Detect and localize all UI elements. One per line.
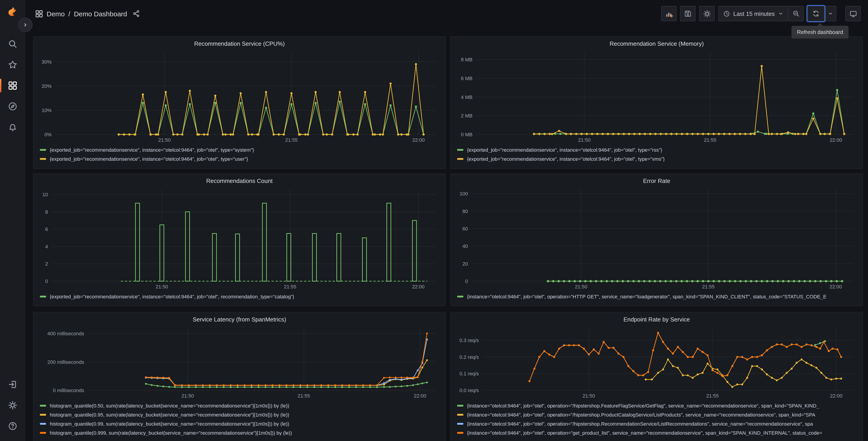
panel-title-service-latency[interactable]: Service Latency (from SpanMetrics) [37,315,442,324]
legend-item[interactable]: histogram_quantile(0.95, sum(rate(latenc… [37,410,442,419]
legend-item[interactable]: {instance="otelcol:9464", job="otel", op… [454,428,859,437]
legend-series-swatch [40,414,46,416]
sidebar-item-configuration[interactable] [0,395,25,416]
explore-compass-icon [8,102,17,111]
legend-series-swatch [457,296,463,297]
refresh-tooltip-text: Refresh dashboard [797,29,843,35]
x-tick-label: 21:50 [158,137,170,143]
legend-series-label: {instance="otelcol:9464", job="otel", op… [467,430,822,436]
x-tick-label: 21:55 [706,393,719,399]
sidebar-item-search[interactable] [0,33,25,54]
chart-memory[interactable]: 0 MB2 MB4 MB6 MB8 MB21:5021:5522:00 [454,49,859,144]
chart-cpu[interactable]: 0%10%20%30%21:5021:5522:00 [37,49,442,144]
x-tick-label: 21:50 [156,284,168,290]
sidebar-expand-button[interactable] [18,18,33,32]
legend-series-label: {exported_job="recommendationservice", i… [50,156,248,161]
panel-recommendations-count: Recommendations Count024681021:5021:5522… [33,173,446,306]
panel-cpu: Recommendation Service (CPU%)0%10%20%30%… [33,36,446,169]
star-icon [8,60,17,69]
legend-item[interactable]: {exported_job="recommendationservice", i… [37,154,442,164]
legend-item[interactable]: {exported_job="recommendationservice", i… [37,145,442,154]
y-tick-label: 0.3 req/s [459,337,479,343]
legend-endpoint-rate: {instance="otelcol:9464", job="otel", op… [454,401,859,437]
y-tick-label: 0 MB [461,132,472,138]
chart-service-latency[interactable]: 0 milliseconds200 milliseconds400 millis… [37,324,442,400]
x-tick-label: 22:00 [830,284,842,290]
x-tick-label: 22:00 [830,137,842,143]
legend-item[interactable]: {exported_job="recommendationservice", i… [454,154,859,164]
legend-series-label: {exported_job="recommendationservice", i… [467,156,664,161]
refresh-tooltip: Refresh dashboard [792,26,848,38]
legend-item[interactable]: {instance="otelcol:9464", job="otel", op… [454,419,859,428]
sidebar-item-explore[interactable] [0,96,25,117]
legend-series-swatch [40,296,46,297]
legend-series-label: histogram_quantile(0.99, sum(rate(latenc… [50,421,289,427]
panel-memory: Recommendation Service (Memory)0 MB2 MB4… [450,36,863,169]
legend-item[interactable]: {instance="otelcol:9464", job="otel", op… [454,410,859,419]
y-tick-label: 4 [45,244,48,249]
x-tick-label: 21:50 [575,284,587,290]
panel-title-cpu[interactable]: Recommendation Service (CPU%) [37,39,442,49]
legend-item[interactable]: {instance="otelcol:9464", job="otel", op… [454,292,859,301]
panel-title-memory[interactable]: Recommendation Service (Memory) [454,39,859,49]
sidebar-item-alerting[interactable] [0,117,25,138]
x-tick-label: 21:55 [285,137,298,143]
help-icon [8,421,17,431]
y-tick-label: 8 [45,209,48,215]
legend-series-swatch [457,158,463,160]
y-tick-label: 30% [42,59,52,65]
x-tick-label: 21:50 [182,393,194,399]
panel-title-error-rate[interactable]: Error Rate [454,177,859,186]
legend-item[interactable]: histogram_quantile(0.999, sum(rate(laten… [37,428,442,437]
x-tick-label: 21:55 [284,284,296,290]
legend-series-label: {exported_job="recommendationservice", i… [50,147,254,153]
y-tick-label: 0 [465,278,468,284]
panel-title-endpoint-rate[interactable]: Endpoint Rate by Service [454,315,859,324]
legend-item[interactable]: histogram_quantile(0.99, sum(rate(latenc… [37,419,442,428]
sidebar-item-dashboards[interactable] [0,75,25,96]
panel-endpoint-rate: Endpoint Rate by Service0.0 req/s0.1 req… [450,312,863,441]
legend-series-swatch [457,414,463,416]
legend-series-swatch [40,432,46,434]
refresh-dashboard-button[interactable] [807,6,825,21]
legend-series-swatch [40,405,46,407]
sidebar-item-help[interactable] [0,416,25,437]
dashboard-grid: Recommendation Service (CPU%)0%10%20%30%… [0,0,868,441]
y-tick-label: 100 [460,191,468,197]
legend-series-label: histogram_quantile(0.999, sum(rate(laten… [50,430,292,436]
legend-series-swatch [457,149,463,151]
legend-series-swatch [40,158,46,160]
y-tick-label: 0% [44,132,52,138]
y-tick-label: 2 [45,261,48,267]
y-tick-label: 0.0 req/s [459,388,479,393]
legend-service-latency: histogram_quantile(0.50, sum(rate(latenc… [37,401,442,437]
sign-in-icon [8,380,17,389]
chart-recommendations-count[interactable]: 024681021:5021:5522:00 [37,186,442,291]
dashboards-icon [8,81,17,90]
grafana-app: Demo / Demo Dashboard [0,0,868,441]
sidebar-top [0,33,25,138]
legend-series-label: {instance="otelcol:9464", job="otel", op… [467,294,826,299]
sidebar-item-sign-in[interactable] [0,374,25,395]
chart-error-rate[interactable]: 02040608010021:5021:5522:00 [454,186,859,291]
chevron-right-icon [23,22,28,28]
y-tick-label: 6 [45,226,48,232]
panel-service-latency: Service Latency (from SpanMetrics)0 mill… [33,312,446,441]
legend-item[interactable]: {exported_job="recommendationservice", i… [454,145,859,154]
x-tick-label: 22:00 [830,393,842,399]
panel-error-rate: Error Rate02040608010021:5021:5522:00{in… [450,173,863,306]
legend-item[interactable]: {exported_job="recommendationservice", i… [37,292,442,301]
sidebar-item-starred[interactable] [0,54,25,75]
legend-series-label: {exported_job="recommendationservice", i… [50,294,294,299]
chart-endpoint-rate[interactable]: 0.0 req/s0.1 req/s0.2 req/s0.3 req/s21:5… [454,324,859,400]
legend-item[interactable]: histogram_quantile(0.50, sum(rate(latenc… [37,401,442,410]
y-tick-label: 6 MB [461,76,472,81]
y-tick-label: 80 [463,208,468,214]
x-tick-label: 21:50 [578,137,591,143]
y-tick-label: 0 [45,278,48,284]
y-tick-label: 200 milliseconds [47,359,84,365]
y-tick-label: 0.2 req/s [459,354,479,360]
x-tick-label: 21:55 [298,393,310,399]
legend-item[interactable]: {instance="otelcol:9464", job="otel", op… [454,401,859,410]
panel-title-recommendations-count[interactable]: Recommendations Count [37,177,442,186]
